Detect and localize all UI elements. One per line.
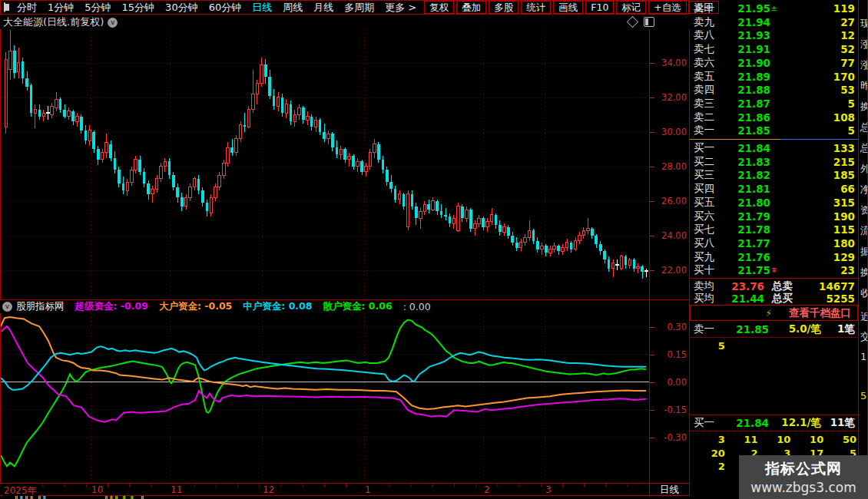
buy-row-买八[interactable]: 买八21.77180 [690, 236, 858, 250]
watermark: 指标公式网 www.zbgs3.com [739, 455, 868, 499]
sell-row-卖一[interactable]: 卖一21.855 [690, 124, 858, 137]
sell-one-detail[interactable]: 卖一21.855.0/笔1笔 [690, 322, 858, 336]
indicator-source[interactable]: 股朋指标网 [16, 300, 65, 313]
detail-price: 21.84 [724, 417, 769, 429]
diamond-icon[interactable] [627, 16, 639, 28]
menu-item-4[interactable]: 15分钟 [122, 1, 155, 15]
level-label: 卖四 [690, 83, 723, 97]
queue-cell: 11 [725, 434, 758, 445]
clipped-stat-label: 资 [860, 203, 868, 217]
price-axis-label: 22.00 [661, 265, 687, 276]
chart-title-bar: 大全能源(日线.前复权) v [0, 15, 689, 29]
sell-row-卖十[interactable]: 卖十21.95±119 [690, 2, 858, 15]
sell-row-卖八[interactable]: 卖八21.9312 [690, 28, 858, 42]
clipped-stat-label: 涨 [860, 38, 868, 51]
buy-row-买二[interactable]: 买二21.83215 [690, 155, 858, 169]
level-price: 21.79 [723, 210, 770, 223]
indicator-tick [650, 382, 654, 383]
toolbar-button-8[interactable]: +自选 [648, 1, 686, 14]
level-label: 卖六 [690, 56, 723, 70]
menu-item-9[interactable]: 月线 [313, 1, 333, 15]
level-volume: 115 [779, 223, 858, 236]
buy-row-买一[interactable]: 买一21.84133 [690, 141, 858, 155]
month-label-2: 2 [482, 484, 492, 495]
menu-item-11[interactable]: 更多 > [385, 1, 416, 15]
sell-row-卖七[interactable]: 卖七21.9152 [690, 42, 858, 56]
level-volume: 52 [779, 43, 858, 55]
clipped-stat-label: 涨 [860, 58, 868, 72]
candlestick-chart[interactable] [0, 29, 649, 299]
toolbar-button-4[interactable]: 统计 [521, 1, 551, 14]
level-label: 卖三 [690, 97, 723, 111]
clipped-stat-label: 1 [860, 351, 868, 362]
toolbar-button-6[interactable]: F10 [585, 1, 614, 14]
indicator-axis-label: -0.15 [664, 405, 687, 415]
indicator-axis: 0.300.150.00-0.15-0.30 [649, 299, 690, 483]
indicator-tick [650, 438, 654, 438]
divider [690, 415, 858, 415]
buy-row-买九[interactable]: 买九21.76129 [690, 250, 858, 264]
sell-row-卖六[interactable]: 卖六21.9077 [690, 56, 858, 70]
detail-count: 1笔 [821, 322, 858, 336]
toolbar-button-5[interactable]: 画线 [553, 1, 583, 14]
toolbar-button-1[interactable]: 复权 [424, 1, 454, 14]
chevron-down-icon[interactable]: v [108, 18, 118, 28]
level-label: 卖一 [690, 124, 723, 137]
sell-row-卖四[interactable]: 卖四21.8853 [690, 83, 858, 97]
toolbar-button-2[interactable]: 叠加 [456, 1, 486, 14]
month-label-12: 12 [261, 484, 276, 495]
level-price: 21.85 [723, 124, 770, 137]
window-panel-icon[interactable] [4, 2, 5, 12]
buy-row-买十[interactable]: 买十21.75∓23 [690, 263, 858, 277]
toolbar-button-3[interactable]: 多股 [489, 1, 518, 14]
menu-item-7[interactable]: 日线 [252, 1, 272, 15]
buy-one-detail[interactable]: 买一21.8412.1/笔11笔 [690, 416, 858, 430]
buy-row-买四[interactable]: 买四21.8166 [690, 182, 858, 196]
menu-item-10[interactable]: 多周期 [344, 1, 374, 15]
price-axis-label: 28.00 [661, 161, 687, 172]
clipped-stat-label: 昨 [860, 79, 868, 93]
sell-row-卖三[interactable]: 卖三21.875 [690, 97, 858, 111]
level-price: 21.75 [723, 264, 770, 276]
total-value: 14677 [806, 280, 858, 292]
detail-count: 11笔 [821, 416, 858, 430]
level-volume: 27 [779, 16, 858, 28]
sell-row-卖五[interactable]: 卖五21.89170 [690, 70, 858, 84]
menu-item-1[interactable]: 分时 [17, 1, 37, 15]
buy-row-买五[interactable]: 买五21.80315 [690, 196, 858, 210]
toolbar-button-7[interactable]: 标记 [616, 1, 646, 14]
level-price: 21.82 [723, 169, 770, 181]
menu-item-6[interactable]: 60分钟 [209, 1, 242, 15]
level-label: 卖五 [690, 70, 723, 84]
sell-row-卖二[interactable]: 卖二21.86108 [690, 111, 858, 124]
buy-row-买三[interactable]: 买三21.82185 [690, 168, 858, 182]
level-volume: 5 [779, 97, 858, 110]
menu-item-5[interactable]: 30分钟 [165, 1, 198, 15]
indicator-series-label-2: 大户资金: -0.05 [159, 300, 232, 313]
total-label: 总买 [764, 292, 806, 306]
level-label: 买五 [690, 196, 723, 210]
indicator-extra-value: : 0.00 [403, 301, 431, 312]
fund-flow-indicator[interactable] [0, 313, 649, 483]
collapse-icon[interactable]: v [2, 302, 12, 312]
buy-row-买六[interactable]: 买六21.79190 [690, 210, 858, 223]
buy-row-买七[interactable]: 买七21.78115 [690, 223, 858, 236]
indicator-line-超级资金 [1, 326, 646, 422]
level-label: 买七 [690, 223, 723, 236]
clipped-stats-strip: 现涨涨昨换总总外净资流振换收近交15 [860, 0, 868, 499]
divider [690, 278, 858, 279]
level-volume: 66 [779, 183, 858, 195]
level-volume: 5 [779, 124, 858, 137]
thousand-level-link[interactable]: ⚡查看千档盘口 [690, 305, 858, 321]
period-label-box[interactable]: 日线 [649, 483, 690, 496]
price-tick [650, 167, 654, 167]
chart-title: 大全能源(日线.前复权) [3, 15, 104, 29]
split-pane-icon[interactable] [644, 17, 654, 27]
level-label: 卖二 [690, 111, 723, 124]
menu-item-8[interactable]: 周线 [283, 1, 303, 15]
menu-item-2[interactable]: 1分钟 [48, 1, 74, 15]
menu-item-3[interactable]: 5分钟 [84, 1, 111, 15]
sell-row-卖九[interactable]: 卖九21.9427 [690, 15, 858, 29]
up-marker-icon: ± [770, 5, 779, 12]
avg-label: 买均 [690, 292, 721, 306]
